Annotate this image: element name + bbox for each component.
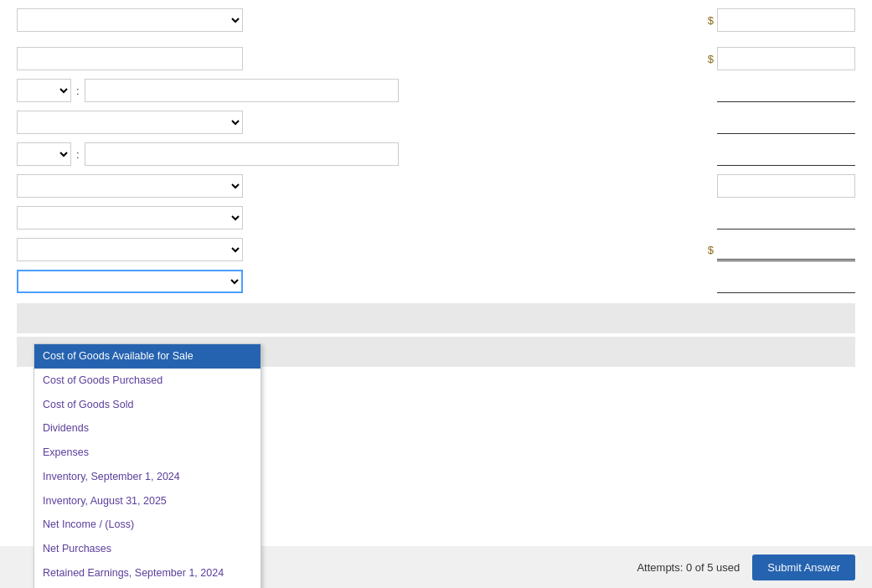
underline-field-4[interactable]	[717, 111, 855, 134]
amount-field-1[interactable]	[717, 8, 855, 32]
right-section-3	[717, 79, 855, 102]
left-section-7	[17, 206, 461, 230]
underline-field-5[interactable]	[717, 142, 855, 166]
left-section-5: :	[17, 142, 461, 166]
form-row-7	[17, 206, 855, 230]
right-section-2: $	[708, 47, 855, 70]
main-content: $ $ :	[0, 0, 872, 588]
underline-field-7[interactable]	[717, 206, 855, 230]
right-section-4	[717, 111, 855, 134]
dropdown-3a[interactable]	[17, 79, 71, 102]
dropdown-5a[interactable]	[17, 142, 71, 166]
left-section-2	[17, 47, 461, 70]
left-section-1	[17, 8, 461, 32]
dropdown-option-9[interactable]: Retained Earnings, September 1, 2024	[34, 561, 261, 585]
dropdown-8[interactable]	[17, 238, 243, 261]
dropdown-9[interactable]	[17, 270, 243, 293]
right-section-7	[717, 206, 855, 230]
page-container: $ $ :	[0, 0, 872, 588]
dropdown-option-1[interactable]: Cost of Goods Purchased	[34, 369, 261, 393]
dropdown-option-6[interactable]: Inventory, August 31, 2025	[34, 489, 261, 513]
text-field-5[interactable]	[85, 142, 399, 166]
dollar-sign-8: $	[708, 244, 714, 256]
dropdown-option-2[interactable]: Cost of Goods Sold	[34, 393, 261, 417]
left-section-8	[17, 238, 461, 261]
left-section-3: :	[17, 79, 461, 102]
left-section-9	[17, 270, 461, 293]
dropdown-6[interactable]	[17, 174, 243, 198]
dollar-sign-1: $	[708, 14, 714, 27]
right-section-6	[717, 174, 855, 198]
underline-field-3[interactable]	[717, 79, 855, 102]
form-row-1: $	[17, 8, 855, 32]
colon-5: :	[76, 148, 80, 161]
form-row-4	[17, 111, 855, 134]
double-underline-field-8[interactable]	[717, 238, 855, 261]
dropdown-option-8[interactable]: Net Purchases	[34, 537, 261, 561]
dropdown-option-3[interactable]: Dividends	[34, 416, 261, 441]
submit-button[interactable]: Submit Answer	[752, 554, 855, 580]
form-row-8: $	[17, 238, 855, 261]
left-section-4	[17, 111, 461, 134]
right-section-5	[717, 142, 855, 166]
dollar-sign-2: $	[708, 53, 714, 65]
dropdown-4[interactable]	[17, 111, 243, 134]
dropdown-popup: Cost of Goods Available for Sale Cost of…	[34, 343, 261, 588]
dropdown-7[interactable]	[17, 206, 243, 230]
right-section-1: $	[708, 8, 855, 32]
form-row-5: :	[17, 142, 855, 166]
dropdown-option-0[interactable]: Cost of Goods Available for Sale	[34, 344, 261, 369]
dropdown-option-4[interactable]: Expenses	[34, 441, 261, 465]
dropdown-option-10[interactable]: Retained Earnings, August 31, 2025	[34, 585, 261, 589]
plain-field-6[interactable]	[717, 174, 855, 198]
text-field-2[interactable]	[17, 47, 243, 70]
left-section-6	[17, 174, 461, 198]
form-row-6	[17, 174, 855, 198]
right-section-8: $	[708, 238, 855, 261]
right-section-9	[717, 270, 855, 293]
amount-field-2[interactable]	[717, 47, 855, 70]
form-row-3: :	[17, 79, 855, 102]
gray-bar-1	[17, 303, 855, 333]
attempts-text: Attempts: 0 of 5 used	[637, 561, 740, 574]
colon-3: :	[76, 85, 80, 97]
text-field-3[interactable]	[85, 79, 399, 102]
dropdown-option-5[interactable]: Inventory, September 1, 2024	[34, 465, 261, 489]
underline-field-9[interactable]	[717, 270, 855, 293]
dropdown-option-7[interactable]: Net Income / (Loss)	[34, 513, 261, 537]
form-row-2: $	[17, 47, 855, 70]
dropdown-1[interactable]	[17, 8, 243, 32]
form-row-9	[17, 270, 855, 293]
